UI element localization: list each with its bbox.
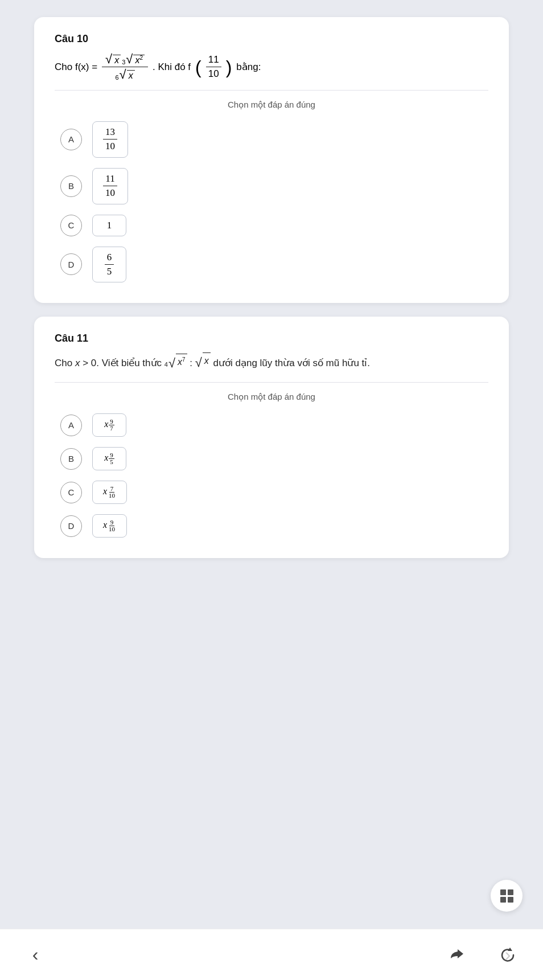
- q10-suffix: bằng:: [236, 61, 261, 73]
- q11-val-A: x97: [104, 419, 114, 432]
- q10-option-C[interactable]: C 1: [60, 215, 488, 236]
- q11-suffix: dưới dạng lũy thừa với số mũ hữu tỉ.: [213, 358, 371, 369]
- q11-circle-C[interactable]: C: [60, 482, 82, 503]
- sixthrt-x: 6 √ x: [115, 68, 134, 81]
- q11-sqrt-x: √ x: [195, 352, 211, 368]
- q10-options: A 13 10 B 11 10 C 1: [60, 121, 488, 282]
- q10-circle-C[interactable]: C: [60, 215, 82, 236]
- q11-option-B[interactable]: B x95: [60, 447, 488, 470]
- question-11-card: Câu 11 Cho x > 0. Viết biểu thức 4 √ x7 …: [34, 317, 509, 558]
- q10-option-A[interactable]: A 13 10: [60, 121, 488, 158]
- q10-choose-label: Chọn một đáp án đúng: [55, 100, 488, 110]
- q11-box-A[interactable]: x97: [92, 413, 126, 437]
- cbrt-x2: 3 √ x2: [122, 53, 145, 65]
- q10-numerator: √ x 3 √ x2: [102, 53, 148, 67]
- q11-circle-D[interactable]: D: [60, 515, 82, 537]
- q10-fx-prefix: Cho f(x) =: [55, 61, 97, 73]
- q11-option-D[interactable]: D x910: [60, 514, 488, 538]
- cbrt-x2-radicand: x2: [133, 55, 145, 65]
- q11-choose-label: Chọn một đáp án đúng: [55, 392, 488, 402]
- q11-val-C: x710: [103, 486, 116, 499]
- q11-option-C[interactable]: C x710: [60, 481, 488, 504]
- q10-circle-D[interactable]: D: [60, 253, 82, 275]
- q10-box-D[interactable]: 6 5: [92, 247, 126, 283]
- sixthrt-x-radicand: x: [127, 70, 135, 81]
- q11-label: Câu 11: [55, 333, 488, 345]
- q11-box-B[interactable]: x95: [92, 447, 126, 470]
- q11-colon: :: [190, 358, 195, 369]
- grid-icon: [500, 889, 513, 903]
- question-10-card: Câu 10 Cho f(x) = √ x 3 √ x2: [34, 17, 509, 303]
- q10-option-B[interactable]: B 11 10: [60, 168, 488, 204]
- q10-val-A: 13 10: [103, 126, 117, 153]
- q11-circle-A[interactable]: A: [60, 415, 82, 436]
- sqrt-x: √ x: [105, 53, 121, 65]
- q10-denominator: 6 √ x: [112, 67, 138, 81]
- bottom-nav: ‹ ›: [0, 929, 543, 980]
- q11-box-D[interactable]: x910: [92, 514, 127, 538]
- q11-divider: [55, 382, 488, 383]
- q10-circle-A[interactable]: A: [60, 129, 82, 150]
- q10-fraction: √ x 3 √ x2 6 √ x: [102, 53, 148, 81]
- q11-prefix: Cho x > 0. Viết biểu thức: [55, 358, 164, 369]
- refresh-icon: [499, 946, 517, 964]
- q10-middle: . Khi đó f: [153, 61, 191, 73]
- q10-val-C: 1: [107, 220, 112, 231]
- q11-circle-B[interactable]: B: [60, 448, 82, 470]
- sqrt-x-radicand: x: [113, 55, 121, 65]
- q10-box-C[interactable]: 1: [92, 215, 126, 236]
- q10-val-D: 6 5: [105, 252, 114, 278]
- q10-option-D[interactable]: D 6 5: [60, 247, 488, 283]
- q10-box-A[interactable]: 13 10: [92, 121, 128, 158]
- q10-formula: Cho f(x) = √ x 3 √ x2 6 √: [55, 53, 488, 81]
- q10-val-B: 11 10: [103, 173, 117, 199]
- q10-circle-B[interactable]: B: [60, 175, 82, 197]
- q11-x7-radicand: x7: [176, 354, 187, 370]
- q10-divider: [55, 90, 488, 91]
- q11-box-C[interactable]: x710: [92, 481, 127, 504]
- q11-options: A x97 B x95 C x710: [60, 413, 488, 538]
- share-icon: [447, 946, 466, 964]
- q10-label: Câu 10: [55, 33, 488, 45]
- q10-box-B[interactable]: 11 10: [92, 168, 128, 204]
- q11-fourthrt-x7: 4 √ x7: [164, 354, 187, 370]
- q11-val-B: x95: [104, 452, 114, 465]
- prev-button[interactable]: ‹: [23, 942, 48, 967]
- refresh-button[interactable]: [495, 942, 520, 967]
- q10-arg-fraction: 11 10: [206, 54, 221, 80]
- share-button[interactable]: [444, 942, 469, 967]
- q11-option-A[interactable]: A x97: [60, 413, 488, 437]
- q11-body: Cho x > 0. Viết biểu thức 4 √ x7 : √ x d…: [55, 352, 488, 372]
- grid-button[interactable]: [491, 880, 523, 912]
- q11-val-D: x910: [103, 519, 116, 532]
- q11-sqrt-x-rad: x: [203, 352, 211, 368]
